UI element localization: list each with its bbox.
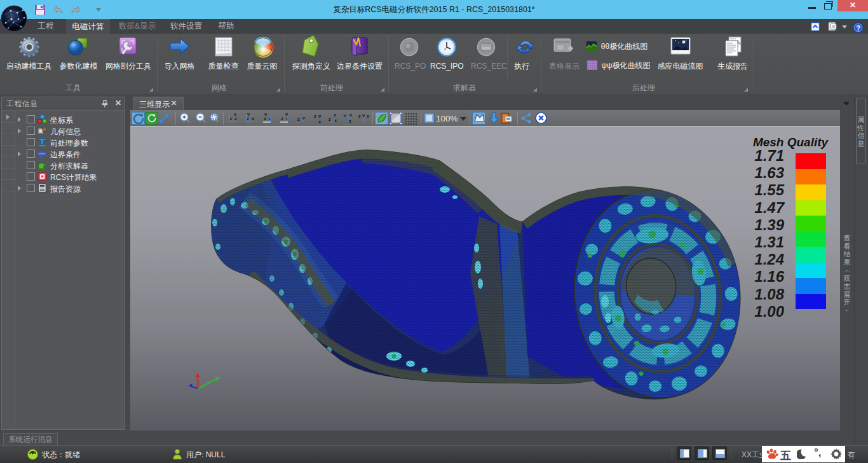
- svg-text:v: v: [344, 113, 347, 118]
- svg-text:x: x: [334, 118, 337, 123]
- svg-text:v: v: [362, 113, 365, 118]
- svg-text:v: v: [334, 112, 337, 118]
- svg-text:x: x: [318, 119, 322, 125]
- svg-text:x: x: [349, 112, 353, 118]
- svg-text:x: x: [252, 116, 255, 121]
- svg-text:v: v: [318, 113, 322, 119]
- svg-text:v: v: [264, 112, 268, 117]
- svg-text:z: z: [314, 113, 316, 119]
- svg-text:?: ?: [856, 24, 860, 32]
- svg-text:z: z: [297, 116, 300, 122]
- svg-text:z: z: [329, 116, 331, 122]
- svg-text:z: z: [358, 113, 361, 119]
- svg-text:v: v: [247, 112, 250, 117]
- svg-text:x: x: [367, 113, 370, 119]
- svg-text:z: z: [281, 116, 283, 121]
